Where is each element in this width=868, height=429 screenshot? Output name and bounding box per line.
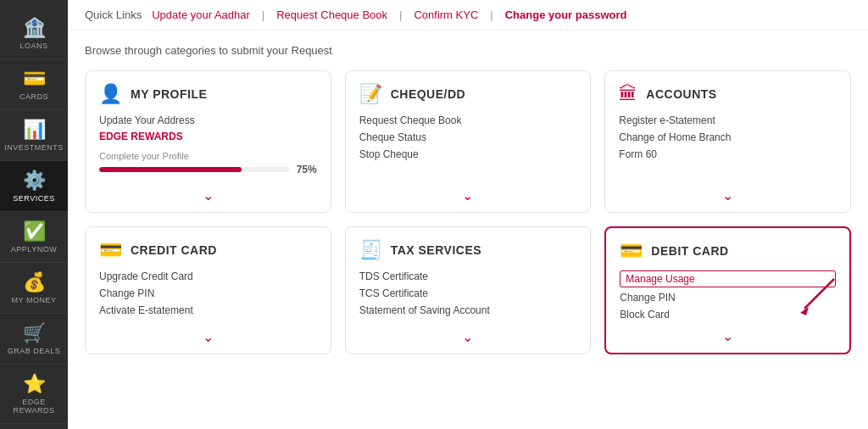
- grabdeals-icon: 🛒: [23, 322, 46, 344]
- applynow-label: APPLYNOW: [11, 245, 57, 254]
- applynow-icon: ✅: [23, 220, 46, 242]
- credit-card-title: CREDIT CARD: [131, 243, 217, 257]
- tax-links: TDS Certificate TCS Certificate Statemen…: [359, 270, 577, 322]
- debit-chevron[interactable]: ⌄: [620, 328, 836, 344]
- profile-address-link[interactable]: Update Your Address: [99, 114, 317, 127]
- services-label: SERVICES: [13, 194, 54, 203]
- profile-chevron[interactable]: ⌄: [99, 187, 317, 203]
- card-header-credit: 💳 CREDIT CARD: [99, 239, 317, 261]
- edgerewards-icon: ⭐: [23, 373, 46, 395]
- services-icon: ⚙️: [23, 170, 46, 192]
- topbar-link-password[interactable]: Change your password: [505, 8, 627, 21]
- quick-links-label: Quick Links: [85, 8, 142, 21]
- accounts-icon: 🏛: [619, 83, 637, 105]
- accounts-link-0[interactable]: Register e-Statement: [619, 114, 837, 127]
- profile-links: Update Your Address EDGE REWARDS Complet…: [99, 114, 317, 181]
- sidebar-item-grabdeals[interactable]: 🛒GRAB DEALS: [0, 314, 68, 365]
- card-cheque-dd: 📝 CHEQUE/DD Request Cheque Book Cheque S…: [345, 70, 592, 213]
- sidebar-item-investments[interactable]: 📊INVESTMENTS: [0, 110, 68, 161]
- edgerewards-label: EDGE REWARDS: [4, 398, 64, 415]
- topbar-link-cheque[interactable]: Request Cheque Book: [276, 8, 387, 21]
- svg-line-0: [804, 279, 834, 309]
- card-my-profile: 👤 MY PROFILE Update Your Address EDGE RE…: [85, 70, 331, 213]
- card-header-cheque: 📝 CHEQUE/DD: [359, 83, 577, 105]
- accounts-links: Register e-Statement Change of Home Bran…: [619, 114, 837, 181]
- loans-label: LOANS: [19, 42, 47, 50]
- credit-link-0[interactable]: Upgrade Credit Card: [99, 270, 317, 283]
- progress-bar-bg: [99, 167, 290, 172]
- sidebar: 🏦LOANS💳CARDS📊INVESTMENTS⚙️SERVICES✅APPLY…: [0, 0, 68, 429]
- card-header-tax: 🧾 TAX SERVICES: [359, 239, 577, 261]
- progress-section: Complete your Profile 75%: [99, 151, 317, 176]
- sidebar-item-mymoney[interactable]: 💰MY MONEY: [0, 263, 68, 314]
- accounts-link-2[interactable]: Form 60: [619, 148, 837, 161]
- progress-bar-container: 75%: [99, 164, 317, 176]
- sidebar-item-services[interactable]: ⚙️SERVICES: [0, 161, 68, 212]
- separator-3: |: [490, 8, 492, 21]
- main-content: Quick Links Update your Aadhar | Request…: [68, 0, 868, 429]
- cheque-title: CHEQUE/DD: [391, 87, 466, 101]
- sidebar-item-applynow[interactable]: ✅APPLYNOW: [0, 212, 68, 263]
- credit-chevron[interactable]: ⌄: [99, 329, 317, 345]
- loans-icon: 🏦: [23, 17, 46, 39]
- progress-label: Complete your Profile: [99, 151, 317, 161]
- sidebar-item-loans[interactable]: 🏦LOANS: [0, 8, 68, 59]
- cards-label: CARDS: [19, 92, 48, 101]
- tax-link-2[interactable]: Statement of Saving Account: [359, 304, 577, 317]
- tax-title: TAX SERVICES: [391, 243, 481, 257]
- card-debit-card: 💳 DEBIT CARD Manage Usage Change PIN Blo…: [604, 226, 851, 354]
- edge-rewards-label[interactable]: EDGE REWARDS: [99, 131, 317, 142]
- cheque-link-2[interactable]: Stop Cheque: [359, 148, 577, 161]
- tax-link-1[interactable]: TCS Certificate: [359, 287, 577, 300]
- separator-1: |: [262, 8, 264, 21]
- separator-2: |: [399, 8, 402, 21]
- credit-link-1[interactable]: Change PIN: [99, 287, 317, 300]
- grabdeals-label: GRAB DEALS: [8, 347, 61, 355]
- profile-title: MY PROFILE: [131, 87, 207, 101]
- accounts-chevron[interactable]: ⌄: [619, 187, 837, 203]
- cheque-link-0[interactable]: Request Cheque Book: [359, 114, 577, 127]
- tax-link-0[interactable]: TDS Certificate: [359, 270, 577, 283]
- topbar-link-kyc[interactable]: Confirm KYC: [414, 8, 478, 21]
- browse-text: Browse through categories to submit your…: [85, 44, 851, 57]
- credit-card-icon: 💳: [99, 239, 122, 261]
- card-credit-card: 💳 CREDIT CARD Upgrade Credit Card Change…: [85, 226, 331, 354]
- investments-icon: 📊: [23, 119, 46, 141]
- cards-grid: 👤 MY PROFILE Update Your Address EDGE RE…: [85, 70, 851, 354]
- cards-icon: 💳: [23, 68, 46, 90]
- tax-icon: 🧾: [359, 239, 382, 261]
- investments-label: INVESTMENTS: [4, 143, 64, 152]
- accounts-link-1[interactable]: Change of Home Branch: [619, 131, 837, 144]
- content-area: Browse through categories to submit your…: [68, 31, 868, 429]
- sidebar-item-cards[interactable]: 💳CARDS: [0, 59, 68, 110]
- cheque-links: Request Cheque Book Cheque Status Stop C…: [359, 114, 577, 181]
- tax-chevron[interactable]: ⌄: [359, 329, 577, 345]
- topbar-link-aadhar[interactable]: Update your Aadhar: [152, 8, 250, 21]
- card-header-profile: 👤 MY PROFILE: [99, 83, 317, 105]
- profile-icon: 👤: [99, 83, 122, 105]
- credit-card-links: Upgrade Credit Card Change PIN Activate …: [99, 270, 317, 322]
- cheque-icon: 📝: [359, 83, 382, 105]
- cheque-link-1[interactable]: Cheque Status: [359, 131, 577, 144]
- debit-card-icon: 💳: [620, 240, 643, 262]
- red-arrow-annotation: [796, 275, 843, 321]
- card-accounts: 🏛 ACCOUNTS Register e-Statement Change o…: [604, 70, 851, 213]
- debit-card-title: DEBIT CARD: [651, 244, 728, 258]
- accounts-title: ACCOUNTS: [646, 87, 716, 101]
- progress-percent: 75%: [297, 164, 317, 176]
- card-header-debit: 💳 DEBIT CARD: [620, 240, 836, 262]
- mymoney-label: MY MONEY: [12, 296, 57, 304]
- sidebar-item-edgerewards[interactable]: ⭐EDGE REWARDS: [0, 365, 68, 424]
- card-tax-services: 🧾 TAX SERVICES TDS Certificate TCS Certi…: [345, 226, 592, 354]
- topbar: Quick Links Update your Aadhar | Request…: [68, 0, 868, 31]
- cheque-chevron[interactable]: ⌄: [359, 187, 577, 203]
- credit-link-2[interactable]: Activate E-statement: [99, 304, 317, 317]
- mymoney-icon: 💰: [23, 271, 46, 293]
- progress-bar-fill: [99, 167, 242, 172]
- card-header-accounts: 🏛 ACCOUNTS: [619, 83, 837, 105]
